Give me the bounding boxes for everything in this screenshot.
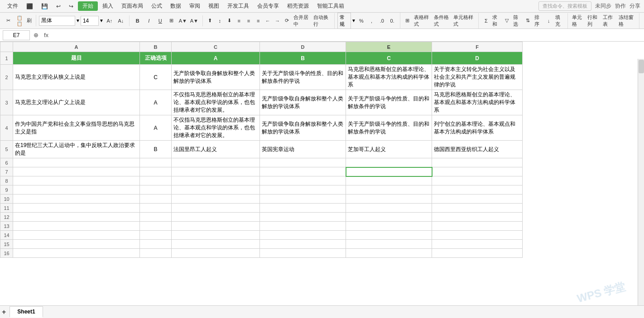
cell[interactable]	[140, 240, 172, 249]
cell[interactable]: 在19世纪三大工人运动中，集中反映工人政治要求的是	[13, 141, 140, 158]
cell[interactable]	[13, 222, 140, 231]
orientation[interactable]: ⟳	[283, 15, 292, 26]
fill-icon[interactable]: ↓	[544, 15, 553, 26]
cell[interactable]: A	[172, 52, 260, 65]
cell[interactable]	[346, 222, 432, 231]
cell[interactable]	[346, 204, 432, 213]
cell[interactable]: 英国宪章运动	[260, 141, 346, 158]
cell[interactable]	[260, 240, 346, 249]
font-decrease[interactable]: A↓	[115, 15, 126, 26]
cell[interactable]	[140, 213, 172, 222]
cell[interactable]	[172, 222, 260, 231]
cell[interactable]: 关于无产阶级斗争的性质、目的和解放条件的学说	[260, 65, 346, 90]
cell[interactable]	[260, 158, 346, 167]
cell[interactable]	[346, 249, 432, 258]
cell[interactable]: 关于无产阶级斗争的性质、目的和解放条件的学说	[346, 115, 432, 141]
formula-input[interactable]	[52, 30, 641, 40]
cell[interactable]	[140, 195, 172, 204]
cell[interactable]	[140, 204, 172, 213]
cond-format-btn[interactable]: 条件格式	[433, 13, 452, 28]
font-size-dropdown[interactable]: ▼	[99, 18, 104, 23]
cell[interactable]	[346, 213, 432, 222]
menu-member[interactable]: 会员专享	[254, 1, 283, 11]
menu-view[interactable]: 视图	[205, 1, 223, 11]
cell[interactable]	[260, 204, 346, 213]
cell[interactable]: 无产阶级争取自身解放和整个人类解放的学说体系	[172, 65, 260, 90]
col-header-e[interactable]: E	[346, 42, 432, 52]
cell[interactable]	[346, 167, 432, 176]
cell[interactable]	[432, 167, 523, 176]
cell[interactable]	[13, 185, 140, 195]
cell[interactable]	[140, 176, 172, 185]
cell[interactable]	[140, 158, 172, 167]
menu-review[interactable]: 审阅	[186, 1, 204, 11]
cell[interactable]	[346, 231, 432, 240]
cell[interactable]	[172, 204, 260, 213]
expand-icon[interactable]: ⊕	[32, 32, 40, 38]
cell[interactable]	[346, 195, 432, 204]
cell[interactable]: 马克思和恩格斯创立的基本理论、基本观点和基本方法构成的科学体系	[346, 65, 432, 90]
cell[interactable]	[432, 249, 523, 258]
cell[interactable]	[432, 240, 523, 249]
menu-redo[interactable]: ↪	[65, 2, 77, 10]
cell[interactable]	[172, 213, 260, 222]
cell[interactable]: 关于无产阶级斗争的性质、目的和解放条件的学说	[346, 90, 432, 115]
cell[interactable]: B	[260, 52, 346, 65]
decimal-dec[interactable]: 0.	[387, 15, 397, 26]
cut-button[interactable]: ✂	[3, 15, 14, 26]
merge-center[interactable]: 合并居中	[292, 13, 312, 28]
indent-left[interactable]: ←	[263, 15, 272, 26]
menu-save[interactable]: 💾	[38, 2, 52, 10]
cell[interactable]: 无产阶级争取自身解放和整个人类解放的学说体系	[260, 90, 346, 115]
cell-style-btn[interactable]: 单元格样式	[452, 13, 476, 28]
cell[interactable]: 不仅指马克思恩格斯创立的基本理论、基本观点和学说的体系，也包括继承者对它的发展。	[172, 115, 260, 141]
share-button[interactable]: 分享	[630, 2, 640, 10]
copy-button[interactable]: 📋	[14, 15, 25, 20]
format-painter[interactable]: 刷	[25, 16, 33, 25]
menu-layout[interactable]: 页面布局	[118, 1, 147, 11]
cell[interactable]	[140, 185, 172, 195]
cell[interactable]	[172, 240, 260, 249]
cell[interactable]	[13, 240, 140, 249]
menu-insert[interactable]: 插入	[99, 1, 117, 11]
cell[interactable]: 马克思和恩格斯创立的基本理论、基本观点和基本方法构成的科学体系	[432, 90, 523, 115]
comma-button[interactable]: ,	[367, 15, 377, 26]
cell[interactable]: 德国西里西亚纺织工人起义	[432, 141, 523, 158]
fx-label[interactable]: fx	[42, 32, 50, 38]
font-name-input[interactable]	[39, 16, 75, 26]
cell[interactable]: 无产阶级争取自身解放和整个人类解放的学说体系	[260, 115, 346, 141]
align-center[interactable]: ≡	[244, 15, 253, 26]
cell[interactable]: 马克思主义理论从广义上说是	[13, 90, 140, 115]
cell[interactable]	[260, 195, 346, 204]
menu-file[interactable]: 文件	[4, 1, 22, 11]
number-format-dropdown[interactable]: ▼	[351, 18, 356, 23]
indent-right[interactable]: →	[273, 15, 282, 26]
cell[interactable]	[260, 222, 346, 231]
menu-formula[interactable]: 公式	[148, 1, 166, 11]
col-header-a[interactable]: A	[13, 42, 140, 52]
cell[interactable]	[13, 195, 140, 204]
cell[interactable]: C	[346, 52, 432, 65]
cell[interactable]	[13, 249, 140, 258]
sort-btn[interactable]: 排序	[533, 13, 544, 28]
cell[interactable]	[432, 185, 523, 195]
percent-button[interactable]: %	[356, 15, 366, 26]
cell[interactable]	[432, 213, 523, 222]
border-button[interactable]: ⊞	[166, 15, 177, 26]
cell[interactable]	[346, 176, 432, 185]
single-cell-btn[interactable]: 单元格	[571, 13, 586, 28]
cell[interactable]	[432, 231, 523, 240]
cell[interactable]: 马克思主义理论从狭义上说是	[13, 65, 140, 90]
cell[interactable]	[140, 167, 172, 176]
cell[interactable]: 关于资本主义转化为社会主义以及社会主义和共产主义发展的普遍规律的学说	[432, 65, 523, 90]
cell[interactable]	[260, 213, 346, 222]
cell[interactable]	[346, 185, 432, 195]
cell[interactable]	[346, 158, 432, 167]
cell[interactable]	[172, 167, 260, 176]
cell[interactable]	[13, 176, 140, 185]
sum-btn[interactable]: 求和	[491, 13, 502, 28]
cell[interactable]	[140, 249, 172, 258]
cell[interactable]: 芝加哥工人起义	[346, 141, 432, 158]
italic-button[interactable]: I	[144, 15, 154, 26]
cell[interactable]	[140, 222, 172, 231]
